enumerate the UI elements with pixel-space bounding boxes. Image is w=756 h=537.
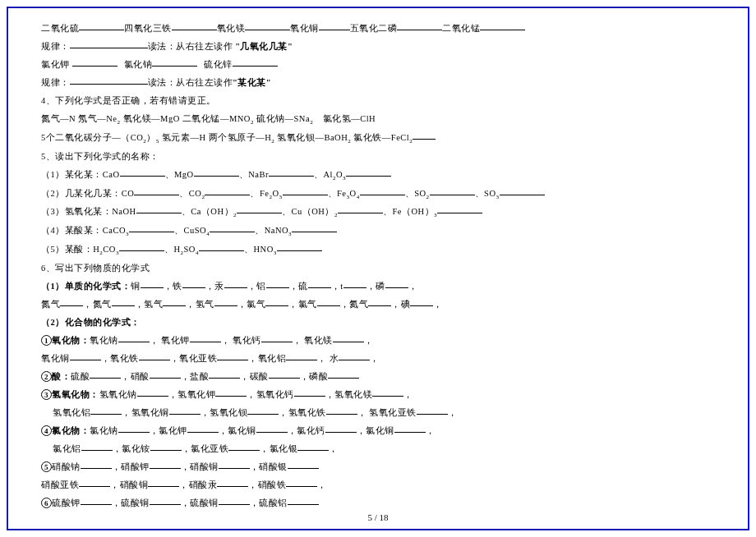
line-25: 5硝酸钠，硝酸钾，硝酸铜，硝酸银 [41,458,715,476]
line-3: 氯化钾 氯化钠硫化锌 [41,56,715,74]
document-body: 二氧化硫四氧化三铁氧化镁氧化铜五氧化二磷二氧化锰 规律：读法：从右往左读作 "几… [41,20,715,512]
line-21: 3氢氧化物：氢氧化钠，氢氧化钾，氢氧化钙，氢氧化镁， [41,386,715,404]
line-6: 氮气—N 氖气—Ne2 氧化镁—MgO 二氧化锰—MNO2 硫化钠—SNa2 氯… [41,110,715,129]
line-13: （5）某酸：H2CO3、H2SO4、HNO3 [41,241,715,259]
line-9: （1）某化某：CaO、MgO、NaBr、Al2O3 [41,166,715,185]
line-18: 1氧化物：氧化钠， 氧化钾， 氧化钙， 氧化镁， [41,332,715,350]
line-8: 5、读出下列化学式的名称： [41,148,715,166]
line-27: 6硫酸钾，硫酸铜，硫酸铜，硫酸铝 [41,494,715,512]
line-11: （3）氢氧化某：NaOH、Ca（OH）2、Cu（OH）2、Fe（OH）3 [41,203,715,222]
line-2: 规律：读法：从右往左读作 "几氧化几某" [41,38,715,56]
line-15: （1）单质的化学式：铜，铁，汞，铝，硫，t，磷， [41,278,715,296]
line-23: 4氯化物：氯化钠，氯化钾，氯化铜，氯化钙，氯化铜， [41,422,715,440]
line-24: 氯化铝，氯化铵，氯化亚铁，氯化银， [41,440,715,458]
line-16: 氮气，氮气，氢气，氢气，氯气，氯气，氦气，碘， [41,296,715,314]
line-12: （4）某酸某：CaCO3、CuSO4、NaNO3 [41,222,715,241]
page-footer: 5 / 18 [0,512,756,522]
line-14: 6、写出下列物质的化学式 [41,259,715,278]
line-22: 氢氧化铝，氢氧化铜，氢氧化钡，氢氧化铁， 氢氧化亚铁， [41,404,715,422]
line-4: 规律：读法：从右往左读作"某化某" [41,74,715,92]
line-26: 硝酸亚铁，硝酸铜，硝酸汞，硝酸铁， [41,476,715,494]
line-5: 4、下列化学式是否正确，若有错请更正。 [41,92,715,110]
line-19: 氧化铜，氧化铁，氧化亚铁，氧化铝， 水， [41,350,715,368]
line-7: 5个二氧化碳分子—（CO2）5 氢元素—H 两个氢原子—H2 氢氧化钡—BaOH… [41,129,715,148]
line-17: （2）化合物的化学式： [41,314,715,332]
line-10: （2）几某化几某：CO、CO2、Fe2O3、Fe3O4、SO2、SO3 [41,185,715,204]
line-1: 二氧化硫四氧化三铁氧化镁氧化铜五氧化二磷二氧化锰 [41,20,715,38]
line-20: 2酸：硫酸，硝酸，盐酸，碳酸，磷酸 [41,368,715,386]
